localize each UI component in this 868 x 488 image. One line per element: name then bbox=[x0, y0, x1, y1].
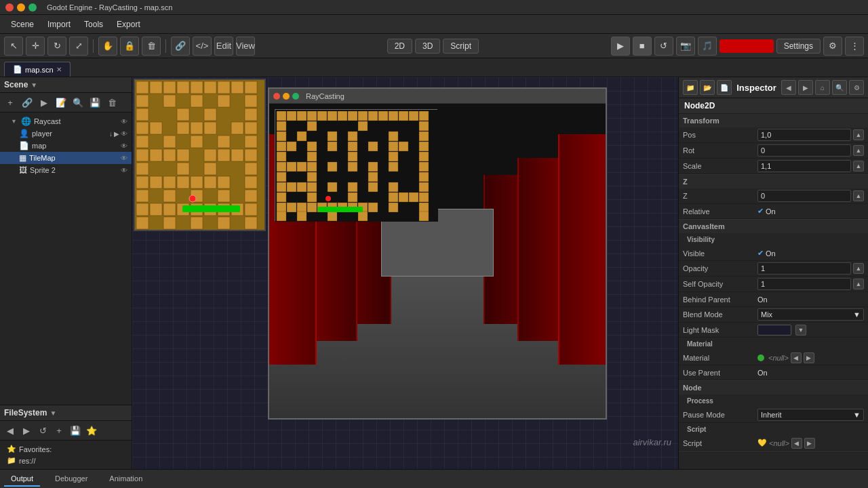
tab-output[interactable]: Output bbox=[4, 472, 40, 487]
menu-scene[interactable]: Scene bbox=[4, 18, 41, 31]
maximize-button[interactable] bbox=[28, 3, 37, 12]
light-mask-btn[interactable]: ▼ bbox=[795, 325, 806, 336]
svg-rect-46 bbox=[177, 176, 189, 188]
camera-button[interactable]: 📷 bbox=[676, 37, 695, 56]
rot-spin-up[interactable]: ▲ bbox=[853, 145, 864, 156]
mode-2d[interactable]: 2D bbox=[387, 39, 412, 54]
tree-item-sprite2[interactable]: 🖼 Sprite 2 👁 bbox=[0, 164, 132, 176]
game-close-btn[interactable] bbox=[273, 93, 280, 100]
dots-button[interactable]: ⋮ bbox=[845, 37, 864, 56]
scene-delete-btn[interactable]: 🗑 bbox=[104, 95, 119, 110]
fs-forward-btn[interactable]: ▶ bbox=[19, 423, 34, 438]
z-input[interactable] bbox=[757, 190, 851, 202]
scene-script-btn[interactable]: 📝 bbox=[54, 95, 68, 110]
tree-item-tilemap[interactable]: ▦ TileMap 👁 bbox=[0, 152, 132, 164]
move-tool[interactable]: ✛ bbox=[26, 37, 45, 56]
scene-link-btn[interactable]: 🔗 bbox=[20, 95, 35, 110]
blend-mode-dropdown[interactable]: Mix ▼ bbox=[757, 308, 864, 321]
tree-item-map[interactable]: 📄 map 👁 bbox=[0, 140, 132, 152]
select-tool[interactable]: ↖ bbox=[4, 37, 23, 56]
menu-tools[interactable]: Tools bbox=[77, 18, 110, 31]
view-btn[interactable]: View bbox=[236, 37, 255, 56]
light-mask-color[interactable] bbox=[757, 325, 791, 336]
fs-save-btn[interactable]: 💾 bbox=[68, 423, 83, 438]
fs-add-btn[interactable]: + bbox=[52, 423, 66, 438]
delete-tool[interactable]: 🗑 bbox=[142, 37, 161, 56]
player-eye-icon[interactable]: 👁 bbox=[121, 130, 127, 138]
self-opacity-spin[interactable]: ▲ bbox=[853, 279, 864, 289]
z-spin-up[interactable]: ▲ bbox=[853, 190, 864, 201]
inspector-prev-btn[interactable]: ◀ bbox=[781, 80, 796, 95]
scale-input[interactable] bbox=[757, 160, 851, 172]
fs-back-btn[interactable]: ◀ bbox=[3, 423, 18, 438]
tree-item-player[interactable]: 👤 player ↓ ▶ 👁 bbox=[0, 127, 132, 140]
inspector-gear-btn[interactable]: ⚙ bbox=[849, 80, 864, 95]
transform-section-title[interactable]: Transform bbox=[679, 114, 868, 127]
node-section-title[interactable]: Node bbox=[679, 381, 868, 394]
settings-button[interactable]: Settings bbox=[776, 39, 821, 54]
menu-import[interactable]: Import bbox=[41, 18, 77, 31]
inspector-folder-btn[interactable]: 📂 bbox=[700, 80, 715, 95]
lock-tool[interactable]: 🔒 bbox=[120, 37, 139, 56]
self-opacity-input[interactable] bbox=[757, 278, 851, 290]
inspector-home-btn[interactable]: ⌂ bbox=[815, 80, 830, 95]
edit-btn[interactable]: Edit bbox=[214, 37, 233, 56]
visibility-title[interactable]: Visibility bbox=[679, 233, 868, 246]
link-tool[interactable]: 🔗 bbox=[171, 37, 190, 56]
play-button[interactable]: ▶ bbox=[611, 37, 630, 56]
canvasitem-title[interactable]: CanvasItem bbox=[679, 220, 868, 233]
rot-input[interactable] bbox=[757, 144, 851, 157]
pos-spin-up[interactable]: ▲ bbox=[853, 129, 864, 140]
fs-res-item[interactable]: 📁 res:// bbox=[4, 455, 127, 466]
scale-spin-up[interactable]: ▲ bbox=[853, 161, 864, 171]
material-prev[interactable]: ◀ bbox=[791, 352, 802, 363]
pos-input[interactable] bbox=[757, 129, 851, 141]
opacity-input[interactable] bbox=[757, 262, 851, 274]
reload-button[interactable]: ↺ bbox=[654, 37, 673, 56]
inspector-script-btn[interactable]: 📄 bbox=[717, 80, 732, 95]
material-title[interactable]: Material bbox=[679, 338, 868, 350]
inspector-next-btn[interactable]: ▶ bbox=[798, 80, 813, 95]
game-max-btn[interactable] bbox=[292, 93, 299, 100]
tilemap-eye-icon[interactable]: 👁 bbox=[121, 155, 127, 162]
material-next[interactable]: ▶ bbox=[804, 352, 814, 363]
visibility-icon[interactable]: 👁 bbox=[121, 118, 127, 125]
fs-star-btn[interactable]: ⭐ bbox=[84, 423, 99, 438]
script-prev[interactable]: ◀ bbox=[791, 438, 802, 449]
viewport[interactable]: RayCasting bbox=[132, 77, 678, 469]
opacity-spin-up[interactable]: ▲ bbox=[853, 263, 864, 274]
pause-mode-dropdown[interactable]: Inherit ▼ bbox=[757, 409, 864, 421]
inspector-file-btn[interactable]: 📁 bbox=[683, 80, 698, 95]
minimize-button[interactable] bbox=[17, 3, 25, 12]
mode-script[interactable]: Script bbox=[443, 39, 479, 54]
tab-close-button[interactable]: ✕ bbox=[56, 66, 62, 73]
tab-debugger[interactable]: Debugger bbox=[48, 472, 94, 487]
tab-map-scn[interactable]: 📄 map.scn ✕ bbox=[4, 62, 71, 77]
pan-tool[interactable]: ✋ bbox=[98, 37, 117, 56]
svg-rect-135 bbox=[307, 192, 317, 202]
menu-export[interactable]: Export bbox=[110, 18, 147, 31]
scene-save-btn[interactable]: 💾 bbox=[87, 95, 102, 110]
fs-refresh-btn[interactable]: ↺ bbox=[35, 423, 50, 438]
script-title[interactable]: Script bbox=[679, 423, 868, 436]
mode-3d[interactable]: 3D bbox=[415, 39, 440, 54]
process-title[interactable]: Process bbox=[679, 394, 868, 407]
scene-filter-btn[interactable]: 🔍 bbox=[71, 95, 85, 110]
rotate-tool[interactable]: ↻ bbox=[47, 37, 66, 56]
z-section-title[interactable]: Z bbox=[679, 175, 868, 188]
code-tool[interactable]: </> bbox=[193, 37, 212, 56]
tree-item-raycast[interactable]: ▼ 🌐 Raycast 👁 bbox=[0, 115, 132, 127]
scene-add-btn[interactable]: + bbox=[3, 95, 18, 110]
scale-tool[interactable]: ⤢ bbox=[69, 37, 88, 56]
settings-icon[interactable]: ⚙ bbox=[823, 37, 842, 56]
sprite2-eye-icon[interactable]: 👁 bbox=[121, 167, 127, 174]
map-eye-icon[interactable]: 👁 bbox=[121, 142, 127, 150]
inspector-search-btn[interactable]: 🔍 bbox=[832, 80, 847, 95]
stop-button[interactable]: ■ bbox=[633, 37, 652, 56]
scene-play-btn[interactable]: ▶ bbox=[37, 95, 52, 110]
tab-animation[interactable]: Animation bbox=[102, 472, 149, 487]
close-button[interactable] bbox=[5, 3, 14, 12]
audio-button[interactable]: 🎵 bbox=[698, 37, 717, 56]
script-next[interactable]: ▶ bbox=[804, 438, 815, 449]
game-min-btn[interactable] bbox=[283, 93, 290, 100]
